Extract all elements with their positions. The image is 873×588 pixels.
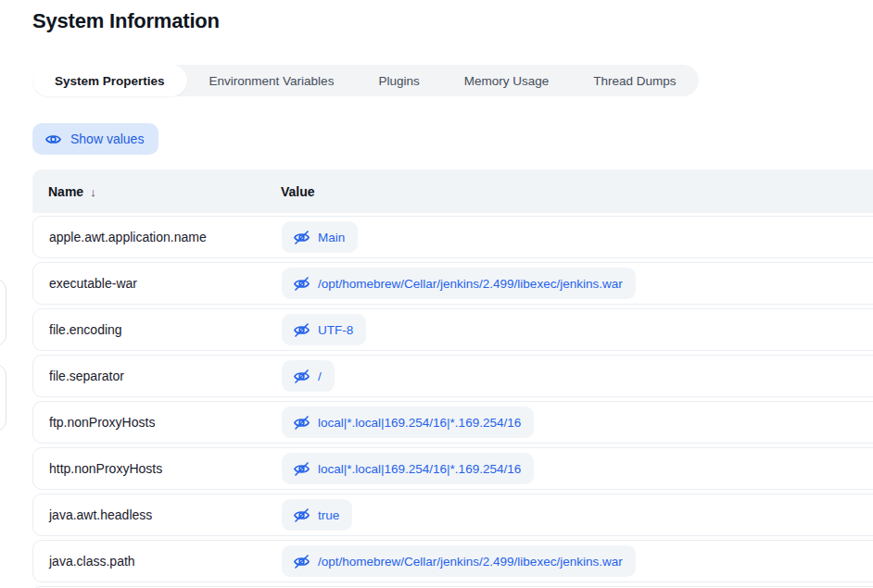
page-title: System Information: [32, 9, 220, 33]
property-value-cell: local|*.local|169.254/16|*.169.254/16: [282, 407, 873, 438]
table-row: java.class.path /opt/homebrew/Cellar/jen…: [32, 540, 873, 582]
property-name: http.nonProxyHosts: [33, 461, 282, 476]
hidden-value-chip[interactable]: Main: [282, 221, 358, 253]
table-row: http.nonProxyHosts local|*.local|169.254…: [32, 447, 873, 490]
property-name: file.separator: [33, 369, 282, 383]
show-values-button[interactable]: Show values: [32, 123, 158, 155]
eye-slash-icon: [293, 507, 310, 524]
property-value: local|*.local|169.254/16|*.169.254/16: [318, 416, 521, 430]
tab-plugins[interactable]: Plugins: [356, 65, 441, 96]
property-value-cell: /opt/homebrew/Cellar/jenkins/2.499/libex…: [282, 545, 873, 577]
eye-slash-icon: [293, 321, 310, 339]
table-header-row: Name ↓ Value: [32, 169, 873, 213]
table-row: file.separator /: [32, 355, 873, 397]
property-value: Main: [318, 231, 345, 244]
tab-system-properties[interactable]: System Properties: [32, 65, 187, 96]
property-value-cell: UTF-8: [282, 314, 873, 345]
table-row: executable-war /opt/homebrew/Cellar/jenk…: [32, 262, 873, 305]
hidden-value-chip[interactable]: local|*.local|169.254/16|*.169.254/16: [282, 407, 534, 438]
property-value: UTF-8: [318, 323, 353, 337]
table-row: ftp.nonProxyHosts local|*.local|169.254/…: [32, 401, 873, 444]
property-value: /opt/homebrew/Cellar/jenkins/2.499/libex…: [318, 555, 623, 569]
tab-memory-usage[interactable]: Memory Usage: [442, 65, 572, 96]
property-name: ftp.nonProxyHosts: [33, 415, 282, 430]
column-header-value: Value: [281, 184, 873, 199]
eye-icon: [44, 131, 62, 148]
property-name: file.encoding: [33, 322, 282, 337]
eye-slash-icon: [293, 460, 310, 478]
system-properties-table: Name ↓ Value apple.awt.application.name …: [32, 169, 873, 588]
property-value: true: [318, 508, 339, 522]
property-value-cell: local|*.local|169.254/16|*.169.254/16: [282, 453, 873, 484]
table-row: file.encoding UTF-8: [32, 308, 873, 351]
property-value-cell: /: [282, 360, 873, 392]
hidden-value-chip[interactable]: /opt/homebrew/Cellar/jenkins/2.499/libex…: [282, 268, 636, 299]
property-value-cell: true: [282, 499, 873, 531]
clipped-left-panel-card: [0, 279, 6, 346]
property-value: local|*.local|169.254/16|*.169.254/16: [318, 462, 521, 476]
tab-environment-variables[interactable]: Environment Variables: [187, 65, 357, 96]
table-row: apple.awt.application.name Main: [32, 216, 873, 258]
eye-slash-icon: [293, 553, 310, 570]
property-value-cell: /opt/homebrew/Cellar/jenkins/2.499/libex…: [282, 268, 873, 299]
eye-slash-icon: [293, 275, 310, 293]
property-name: apple.awt.application.name: [33, 230, 282, 244]
property-name: java.class.path: [33, 554, 282, 569]
property-name: executable-war: [33, 276, 282, 291]
arrow-down-icon: ↓: [90, 185, 96, 199]
eye-slash-icon: [293, 368, 310, 385]
system-information-page: System Information System Properties Env…: [0, 0, 873, 588]
property-value-cell: Main: [282, 221, 873, 253]
hidden-value-chip[interactable]: /opt/homebrew/Cellar/jenkins/2.499/libex…: [282, 545, 636, 577]
eye-slash-icon: [293, 229, 310, 246]
eye-slash-icon: [293, 414, 310, 432]
clipped-left-panel-card: [0, 364, 6, 432]
tab-thread-dumps[interactable]: Thread Dumps: [571, 65, 698, 96]
show-values-label: Show values: [70, 131, 144, 146]
hidden-value-chip[interactable]: true: [282, 499, 352, 531]
property-value: /opt/homebrew/Cellar/jenkins/2.499/libex…: [318, 277, 623, 291]
hidden-value-chip[interactable]: UTF-8: [282, 314, 366, 345]
tab-bar: System Properties Environment Variables …: [32, 65, 699, 96]
property-name: java.awt.headless: [33, 507, 282, 522]
column-header-name[interactable]: Name ↓: [32, 184, 281, 199]
hidden-value-chip[interactable]: /: [282, 360, 335, 392]
table-row: java.awt.headless true: [32, 494, 873, 536]
table-body: apple.awt.application.name Main executab…: [32, 216, 873, 588]
property-value: /: [318, 369, 322, 383]
hidden-value-chip[interactable]: local|*.local|169.254/16|*.169.254/16: [282, 453, 534, 484]
